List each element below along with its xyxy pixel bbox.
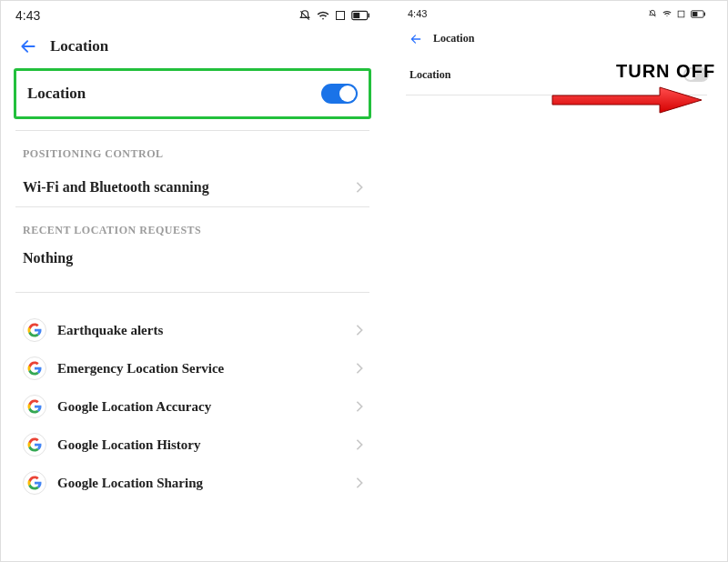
svg-rect-6 [704,12,705,15]
list-item-label: Google Location History [57,437,344,453]
page-header: Location [384,23,728,55]
section-header-positioning: Positioning Control [1,131,384,170]
svg-rect-2 [368,14,369,18]
svg-rect-7 [693,12,698,16]
status-time: 4:43 [15,8,40,23]
back-arrow-icon[interactable] [410,33,422,45]
wifi-icon [317,9,329,22]
location-toggle-highlight: Location [14,68,371,119]
list-item[interactable]: Earthquake alerts [12,311,373,349]
chevron-right-icon [355,400,364,413]
wifi-bluetooth-scanning-label: Wi-Fi and Bluetooth scanning [23,179,209,196]
chevron-right-icon [355,477,364,489]
annotation-arrow-icon [551,85,705,115]
list-item-label: Google Location Accuracy [57,399,344,415]
status-bar: 4:43 [384,1,728,23]
list-item[interactable]: Emergency Location Service [12,349,373,387]
list-item[interactable]: Google Location Accuracy [12,387,373,426]
page-header: Location [1,26,384,68]
list-item[interactable]: Google Location History [12,426,373,464]
google-g-icon [23,433,46,457]
google-g-icon [23,318,46,342]
status-icons-group [298,9,369,22]
location-toggle-label: Location [410,68,450,82]
dnd-icon [648,9,657,18]
header-title: Location [433,32,474,45]
google-services-list: Earthquake alerts Emergency Location Ser… [1,307,384,502]
location-toggle-label: Location [27,85,86,103]
google-g-icon [23,356,46,380]
dnd-icon [298,9,311,22]
chevron-right-icon [355,324,364,336]
svg-rect-4 [678,11,684,17]
chevron-right-icon [355,438,364,451]
svg-marker-8 [552,87,702,113]
google-g-icon [23,395,46,418]
recent-location-nothing: Nothing [1,246,384,281]
left-screenshot: 4:43 Location [1,1,384,562]
battery-icon [351,10,369,21]
list-item-label: Earthquake alerts [57,323,344,338]
battery-icon [691,10,705,18]
chevron-right-icon [355,362,364,375]
annotation-turn-off-label: TURN OFF [616,61,715,82]
square-icon [677,10,685,18]
location-toggle-on[interactable] [321,84,358,104]
svg-rect-0 [337,12,345,20]
back-arrow-icon[interactable] [19,37,37,55]
list-item-label: Emergency Location Service [57,361,344,376]
chevron-right-icon [355,181,364,194]
status-icons-group [648,9,705,18]
section-header-recent: Recent Location Requests [1,207,384,246]
google-g-icon [23,471,46,495]
list-item-label: Google Location Sharing [57,476,344,491]
wifi-bluetooth-scanning-row[interactable]: Wi-Fi and Bluetooth scanning [1,170,384,206]
divider [15,292,369,293]
svg-rect-3 [353,13,359,18]
square-icon [335,10,346,21]
wifi-icon [662,9,672,18]
header-title: Location [50,37,108,55]
location-toggle-row[interactable]: Location [16,71,369,116]
status-time: 4:43 [408,8,427,19]
list-item[interactable]: Google Location Sharing [12,464,373,502]
status-bar: 4:43 [1,1,384,26]
